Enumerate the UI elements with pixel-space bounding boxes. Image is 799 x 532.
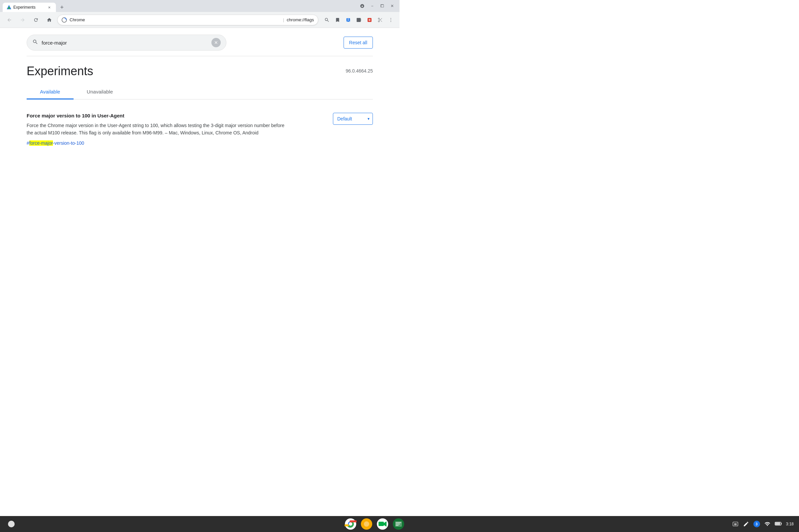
flag-dropdown[interactable]: Default Enabled Disabled — [333, 113, 373, 125]
navigation-bar: Chrome | chrome://flags — [0, 12, 400, 28]
svg-point-7 — [378, 21, 379, 22]
tabs-bar: Available Unavailable — [26, 85, 373, 99]
reload-button[interactable] — [31, 15, 41, 25]
search-icon — [32, 39, 38, 46]
search-clear-button[interactable]: ✕ — [211, 38, 221, 47]
tabs-section: Available Unavailable — [0, 78, 400, 99]
address-url: chrome://flags — [286, 17, 314, 22]
flag-link[interactable]: #force-major-version-to-100 — [26, 140, 84, 146]
search-section: ✕ Reset all — [0, 28, 400, 56]
tab-available[interactable]: Available — [26, 85, 74, 99]
page-title: Experiments — [26, 64, 93, 78]
nav-action-icons — [322, 15, 395, 25]
active-tab[interactable]: Experiments ✕ — [3, 3, 56, 12]
version-text: 96.0.4664.25 — [346, 68, 373, 74]
page-content: ✕ Reset all Experiments 96.0.4664.25 Ava… — [0, 28, 400, 266]
tab-bar: Experiments ✕ + — [3, 0, 357, 12]
maximize-button[interactable]: ⧠ — [377, 1, 387, 11]
forward-button[interactable] — [17, 15, 28, 25]
download-btn[interactable] — [357, 1, 367, 11]
flag-dropdown-wrapper: Default Enabled Disabled — [333, 113, 373, 125]
svg-point-6 — [378, 18, 379, 19]
flag-link-suffix: -version-to-100 — [53, 140, 84, 146]
tab-title: Experiments — [13, 5, 44, 10]
search-bar-wrapper: ✕ Reset all — [26, 35, 373, 51]
flag-description: Force the Chrome major version in the Us… — [26, 122, 286, 137]
svg-point-10 — [391, 21, 391, 22]
profile-icon-btn[interactable] — [343, 15, 353, 25]
experiments-header: Experiments 96.0.4664.25 — [0, 56, 400, 78]
tab-unavailable[interactable]: Unavailable — [74, 85, 126, 99]
reset-all-button[interactable]: Reset all — [343, 37, 373, 49]
address-favicon — [61, 17, 67, 23]
flag-control: Default Enabled Disabled — [333, 113, 373, 125]
extension-icon-1[interactable] — [354, 15, 364, 25]
tab-close-btn[interactable]: ✕ — [47, 5, 52, 10]
search-input[interactable] — [42, 40, 208, 45]
home-button[interactable] — [44, 15, 55, 25]
svg-point-9 — [391, 20, 391, 20]
tab-favicon — [7, 5, 11, 10]
flag-title: Force major version to 100 in User-Agent — [26, 113, 286, 118]
extension-icon-2[interactable] — [365, 15, 374, 25]
browser-frame: Experiments ✕ + − ⧠ ✕ — [0, 0, 400, 266]
address-separator: | — [283, 17, 284, 22]
title-bar: Experiments ✕ + − ⧠ ✕ — [0, 0, 400, 12]
search-bar-container: ✕ — [26, 35, 226, 51]
flag-link-hash: # — [26, 140, 29, 146]
flag-link-highlight: force-major — [29, 140, 53, 146]
address-site-name: Chrome — [70, 17, 280, 22]
address-bar[interactable]: Chrome | chrome://flags — [57, 15, 318, 25]
back-button[interactable] — [4, 15, 15, 25]
window-controls: − ⧠ ✕ — [357, 1, 397, 11]
flag-item: Force major version to 100 in User-Agent… — [26, 108, 373, 151]
menu-button[interactable] — [386, 15, 395, 25]
flag-content: Force major version to 100 in User-Agent… — [26, 113, 286, 146]
bookmark-icon-btn[interactable] — [333, 15, 342, 25]
new-tab-button[interactable]: + — [57, 3, 67, 12]
search-icon-btn[interactable] — [322, 15, 332, 25]
close-button[interactable]: ✕ — [388, 1, 397, 11]
minimize-button[interactable]: − — [368, 1, 377, 11]
scissors-icon[interactable] — [375, 15, 385, 25]
flag-section: Force major version to 100 in User-Agent… — [0, 99, 400, 159]
svg-point-8 — [391, 18, 391, 19]
